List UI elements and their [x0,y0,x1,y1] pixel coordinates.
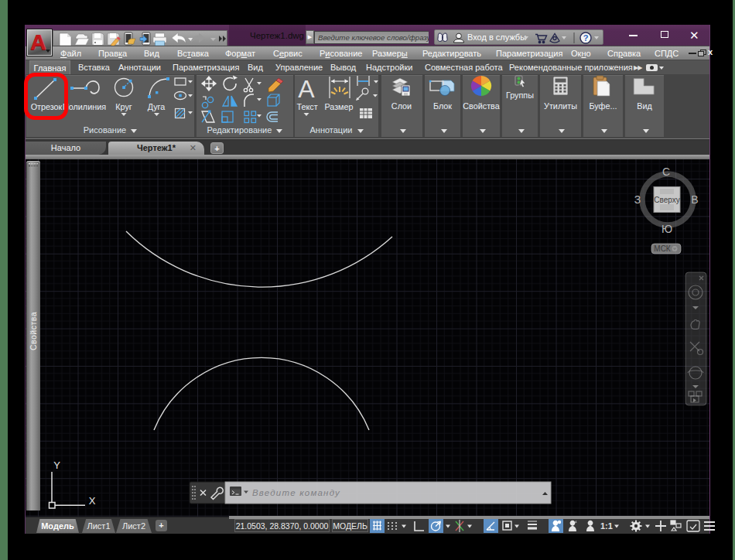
svg-text:1:1: 1:1 [600,521,613,531]
svg-text:С: С [662,166,670,178]
svg-text:А: А [298,75,315,103]
svg-text:МСК: МСК [654,244,671,253]
svg-text:Сверху: Сверху [654,196,679,204]
svg-text:X: X [89,495,96,507]
svg-text:Y: Y [53,459,60,471]
svg-text:В: В [691,193,698,206]
svg-text:З: З [634,193,641,206]
svg-text:Ю: Ю [662,223,672,235]
svg-text:?: ? [583,33,589,43]
svg-text:Введите команду: Введите команду [252,488,340,497]
